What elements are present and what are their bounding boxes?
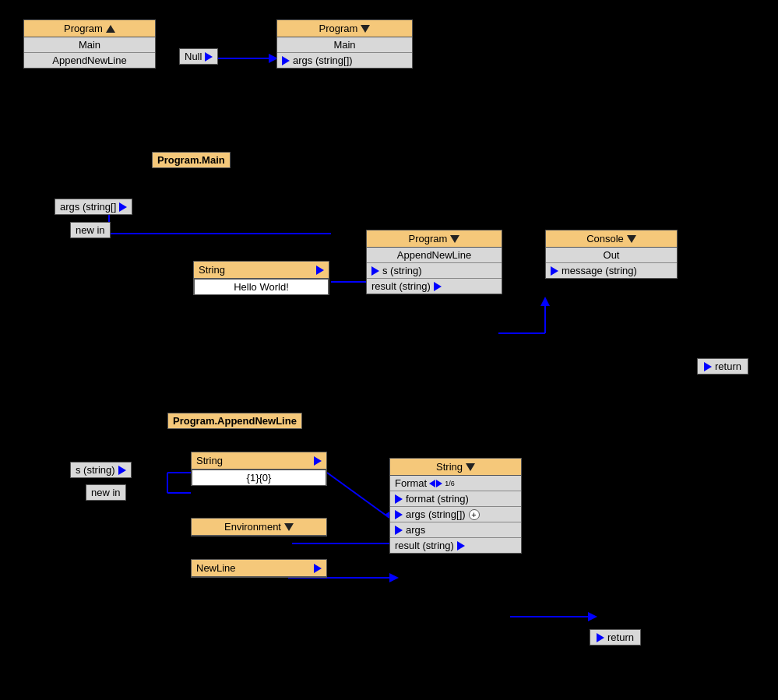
string-box-s2-title: String [199,264,225,276]
null-arrow-icon [205,52,213,62]
right-arrow-icon [436,480,442,487]
console-header: Console [546,230,677,248]
console-row1-arrow [551,266,558,276]
string-box1-s3-arrow [314,456,322,466]
format-args-plain-row: args [390,522,521,538]
return-arrow-s3 [597,633,604,642]
format-args-plain-arrow [395,526,403,535]
env-header: Environment [192,519,326,536]
string-box1-s3: String {1}{0} [191,452,327,486]
newline-header: NewLine [192,560,326,577]
format-text: Format [395,477,427,489]
program-aln-row-0: AppendNewLine [367,248,502,263]
program-box-1-header: Program [24,20,155,37]
string-format-title: String [436,461,463,473]
string-box1-s3-header: String [192,452,326,470]
string-format-box: String Format 1/6 format (string) args (… [389,458,522,554]
format-args-arrow [395,510,403,519]
console-row-0: Out [546,248,677,263]
new-in-text-s2: new in [76,224,105,236]
format-row: Format 1/6 [390,476,521,491]
newline-title: NewLine [196,562,236,574]
svg-marker-6 [540,297,550,306]
program-box-1-title: Program [64,23,103,34]
format-args-row: args (string[]) + [390,507,521,522]
null-text: Null [185,51,202,62]
program-aln-row-2: result (string) [367,279,502,294]
string-format-header: String [390,459,521,476]
program-appendnewline-box: Program AppendNewLine s (string) result … [366,230,502,294]
svg-marker-16 [588,612,597,621]
program-box-2-row-1-text: args (string[]) [293,55,353,66]
new-in-text-s3: new in [91,487,121,498]
format-result-row: result (string) [390,538,521,553]
console-box: Console Out message (string) [545,230,678,279]
return-arrow-s2 [704,362,712,371]
s-arrow-icon [118,466,126,475]
program-box-1-row-1: AppendNewLine [24,53,155,68]
string-box1-s3-title: String [196,455,223,466]
string-box-s2: String Hello World! [193,261,329,295]
args-text: args (string[] [60,201,116,213]
string-box-s2-header: String [194,262,329,279]
return-label-s3: return [607,631,634,643]
return-btn-s3[interactable]: return [590,629,641,645]
svg-line-9 [327,473,389,518]
format-str-arrow [395,494,403,504]
program-aln-title: Program [409,233,448,244]
page-info: 1/6 [445,480,455,487]
newline-box: NewLine [191,559,327,578]
program-box-2-header: Program [277,20,412,37]
tri-down-icon-1 [361,25,370,33]
string-box1-s3-value: {1}{0} [192,470,326,485]
program-aln-row-1: s (string) [367,263,502,279]
string-box-s2-arrow [316,266,324,275]
return-btn-s2[interactable]: return [697,358,748,375]
env-title: Environment [224,521,281,533]
s-label: s (string) [70,462,132,478]
tri-down-icon-2 [450,235,459,243]
program-box-2-title: Program [319,23,358,34]
program-box-1: Program Main AppendNewLine [23,19,156,69]
plus-circle-icon: + [469,509,480,520]
diagram-canvas: Program Main AppendNewLine Null Program … [0,0,778,700]
program-aln-header: Program [367,230,502,248]
string-box-s2-value: Hello World! [194,279,329,294]
new-in-label-s2: new in [70,222,111,238]
tri-down-env [284,523,294,531]
left-arrow-icon [429,480,435,487]
program-box-1-row-0: Main [24,37,155,53]
console-title: Console [586,233,624,244]
null-label: Null [179,48,218,65]
console-row-1: message (string) [546,263,677,278]
args-label: args (string[] [55,199,132,215]
tri-up-icon-1 [106,25,115,33]
format-format-string-row: format (string) [390,491,521,507]
aln-row1-arrow [371,266,379,276]
aln-row2-arrow [434,282,442,291]
s-text: s (string) [76,464,115,476]
tri-down-format [466,463,475,471]
tri-down-icon-3 [627,235,636,243]
newline-arrow [314,564,322,573]
row1-arrow-icon [282,56,290,65]
svg-marker-14 [389,573,399,582]
return-label-s2: return [715,361,741,372]
section3-title: Program.AppendNewLine [167,413,302,429]
new-in-label-s3: new in [86,484,126,501]
program-box-2-row-1: args (string[]) [277,53,412,68]
env-box: Environment [191,518,327,536]
program-box-2: Program Main args (string[]) [276,19,413,69]
section2-title: Program.Main [152,152,231,168]
args-arrow-icon [119,202,127,212]
program-box-2-row-0: Main [277,37,412,53]
connections-svg [0,0,778,700]
format-result-arrow [457,541,465,551]
